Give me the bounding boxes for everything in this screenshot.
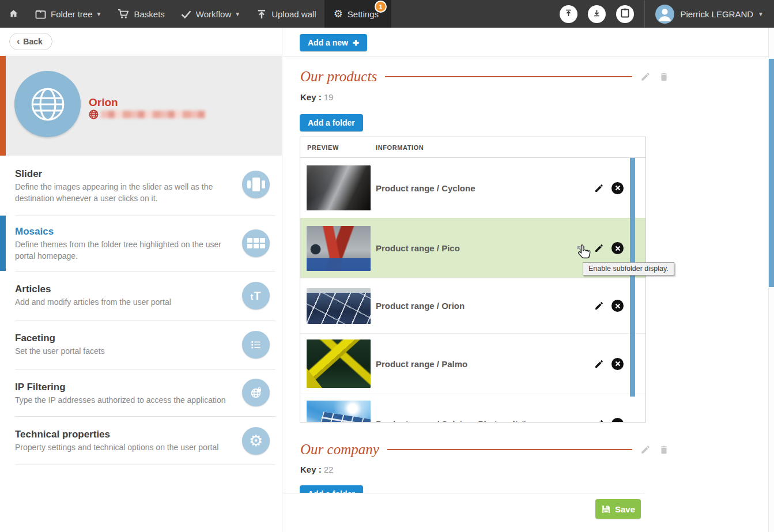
nav-settings[interactable]: ⚙ Settings 1 <box>324 0 391 28</box>
check-icon <box>181 10 191 18</box>
table-row[interactable]: Product range / Cyclone <box>300 158 645 218</box>
edit-section-button[interactable] <box>640 444 651 455</box>
subfolder-display-toggle[interactable] <box>575 243 587 254</box>
save-footer: Save <box>283 493 768 532</box>
close-icon <box>615 361 621 367</box>
chevron-left-icon: ‹ <box>17 37 20 46</box>
nav-baskets[interactable]: Baskets <box>110 0 172 28</box>
pencil-icon <box>594 243 604 253</box>
section-key: Key :19 <box>300 92 333 102</box>
clipboard-button[interactable] <box>616 5 634 23</box>
edit-folder-button[interactable] <box>594 359 604 369</box>
add-folder-button[interactable]: Add a folder <box>300 114 363 131</box>
sidebar-item-title: Mosaics <box>15 226 54 237</box>
table-row[interactable]: Product range / Solaire - Photovoltaïque <box>300 394 645 422</box>
sidebar-item-description: Define the images appearing in the slide… <box>15 181 241 205</box>
remove-folder-button[interactable] <box>611 358 624 370</box>
navbar-right: Pierrick LEGRAND ▼ <box>560 0 774 28</box>
add-new-label: Add a new <box>308 38 348 47</box>
subfolder-display-toggle[interactable] <box>575 418 587 422</box>
redacted-portal-url <box>101 111 206 118</box>
folder-label: Product range / Pico <box>376 243 546 253</box>
nav-home[interactable] <box>0 0 27 28</box>
portal-profile-card: Orion <box>6 56 282 156</box>
nav-baskets-label: Baskets <box>134 9 164 19</box>
facet-list-icon <box>242 331 270 359</box>
floppy-disk-icon <box>601 504 611 514</box>
pencil-icon <box>594 183 604 193</box>
remove-folder-button[interactable] <box>611 182 624 194</box>
top-navbar: Folder tree ▼ Baskets Workflow ▼ Upload … <box>0 0 774 28</box>
column-header-preview: PREVIEW <box>307 144 339 151</box>
export-upload-button[interactable] <box>560 5 577 23</box>
home-icon <box>8 9 19 19</box>
sidebar-item-title: IP Filtering <box>15 382 66 393</box>
back-row: ‹ Back <box>0 28 282 55</box>
pico-red-machine-photo <box>307 226 371 271</box>
download-button[interactable] <box>588 5 606 23</box>
column-header-information: INFORMATION <box>376 144 424 151</box>
pencil-icon <box>594 419 604 422</box>
table-body: Product range / Cyclone Product range / … <box>300 158 645 422</box>
add-new-button[interactable]: Add a new ✚ <box>300 34 367 51</box>
user-menu[interactable]: Pierrick LEGRAND ▼ <box>655 5 764 24</box>
text-icon: tT <box>242 282 270 310</box>
clipboard-icon <box>621 8 629 20</box>
back-button[interactable]: ‹ Back <box>9 33 52 50</box>
sidebar-item-slider[interactable]: Slider Define the images appearing in th… <box>0 156 282 216</box>
trash-icon <box>659 71 669 82</box>
edit-folder-button[interactable] <box>594 419 604 422</box>
basket-cart-icon <box>118 9 129 19</box>
remove-folder-button[interactable] <box>611 242 624 254</box>
settings-sidebar: ‹ Back Orion Slider Define the images ap… <box>0 28 282 532</box>
folders-table: PREVIEW INFORMATION Product range / Cycl… <box>300 137 646 422</box>
add-folder-label: Add a folder <box>308 118 355 127</box>
slider-panels-icon <box>242 171 270 198</box>
sidebar-item-ip-filtering[interactable]: IP Filtering Type the IP addresses autho… <box>0 369 282 416</box>
sidebar-item-description: Set the user portal facets <box>15 345 241 357</box>
globe-lock-icon <box>242 379 270 406</box>
sidebar-item-articles[interactable]: Articles Add and modify articles from th… <box>0 271 282 320</box>
delete-section-button[interactable] <box>659 71 669 82</box>
nav-upload-wall[interactable]: Upload wall <box>248 0 324 28</box>
page-scrollbar-thumb[interactable] <box>769 59 774 287</box>
nav-settings-label: Settings <box>348 9 379 19</box>
nav-workflow[interactable]: Workflow ▼ <box>173 0 248 28</box>
sidebar-item-description: Property settings and technical options … <box>15 442 241 453</box>
remove-folder-button[interactable] <box>611 300 624 312</box>
sidebar-item-title: Technical properties <box>15 429 110 440</box>
gear-icon: ⚙ <box>334 9 343 19</box>
upload-icon <box>256 9 267 19</box>
table-row[interactable]: Product range / Orion <box>300 278 645 333</box>
toolbar-row: Add a new ✚ <box>283 28 768 56</box>
table-row[interactable]: Product range / Palmo <box>300 333 645 394</box>
portal-globe-avatar <box>14 71 81 137</box>
chevron-down-icon: ▼ <box>96 11 102 17</box>
pencil-icon <box>594 301 604 311</box>
save-button[interactable]: Save <box>595 499 641 519</box>
edit-folder-button[interactable] <box>594 301 604 311</box>
folder-label: Product range / Palmo <box>376 359 554 369</box>
user-avatar <box>655 5 674 24</box>
sidebar-item-mosaics[interactable]: Mosaics Define themes from the folder tr… <box>0 216 282 271</box>
sidebar-item-technical-properties[interactable]: Technical properties Property settings a… <box>0 416 282 465</box>
sidebar-item-faceting[interactable]: Faceting Set the user portal facets <box>0 320 282 369</box>
page-scrollbar[interactable] <box>768 28 774 532</box>
remove-folder-button[interactable] <box>611 418 624 422</box>
key-value: 22 <box>324 465 334 474</box>
pencil-icon <box>594 359 604 369</box>
edit-folder-button[interactable] <box>594 243 604 253</box>
section-title: Our products <box>300 69 377 85</box>
section-rule <box>387 449 632 450</box>
plus-icon: ✚ <box>353 39 359 47</box>
nav-folder-tree[interactable]: Folder tree ▼ <box>27 0 110 28</box>
table-scrollbar-thumb[interactable] <box>630 158 635 397</box>
section-our-company-header: Our company <box>300 441 669 458</box>
edit-folder-button[interactable] <box>594 183 604 193</box>
delete-section-button[interactable] <box>659 444 669 455</box>
chevron-down-icon: ▼ <box>235 11 240 17</box>
orion-solar-panels-photo <box>307 288 371 324</box>
edit-section-button[interactable] <box>640 71 651 82</box>
folder-label: Product range / Cyclone <box>376 183 562 193</box>
save-label: Save <box>615 504 635 514</box>
